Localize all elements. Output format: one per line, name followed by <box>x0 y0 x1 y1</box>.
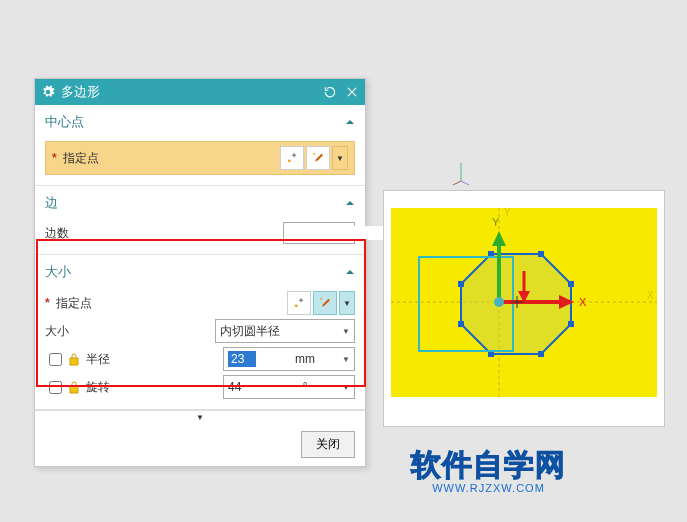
center-specify-label: 指定点 <box>63 150 99 167</box>
rotate-row: 旋转 44 ° ▼ <box>45 375 355 399</box>
pick-size-point-button[interactable] <box>287 291 311 315</box>
pick-point-button[interactable] <box>280 146 304 170</box>
radius-field[interactable]: mm ▼ <box>223 347 355 371</box>
svg-rect-12 <box>538 351 544 357</box>
axis-y-far-label: Y <box>504 207 511 218</box>
radius-row: 半径 mm ▼ <box>45 347 355 371</box>
section-edges: 边 边数 ▲▼ <box>35 186 365 255</box>
chevron-down-icon[interactable]: ▼ <box>338 355 354 364</box>
chevron-down-icon: ▼ <box>343 299 351 308</box>
edge-count-label: 边数 <box>45 225 69 242</box>
section-size: 大小 * 指定点 ▼ 大小 <box>35 255 365 410</box>
dialog-footer: 关闭 <box>35 423 365 466</box>
pencil-spark-icon <box>311 151 325 165</box>
svg-rect-15 <box>458 281 464 287</box>
radius-input[interactable] <box>228 351 256 367</box>
sketch-point-button[interactable] <box>306 146 330 170</box>
svg-point-1 <box>295 304 298 307</box>
svg-rect-11 <box>568 321 574 327</box>
close-button[interactable]: 关闭 <box>301 431 355 458</box>
svg-line-3 <box>453 181 461 185</box>
required-marker: * <box>52 151 57 165</box>
dialog-titlebar[interactable]: 多边形 <box>35 79 365 105</box>
svg-point-22 <box>494 297 504 307</box>
axis-mini-icon <box>451 161 471 187</box>
size-mode-value: 内切圆半径 <box>220 323 342 340</box>
svg-rect-14 <box>458 321 464 327</box>
svg-rect-10 <box>568 281 574 287</box>
lock-icon[interactable] <box>68 352 80 366</box>
pencil-spark-icon <box>318 296 332 310</box>
chevron-up-icon <box>345 198 355 208</box>
specify-dropdown-button[interactable]: ▼ <box>332 146 348 170</box>
axis-x-far-label: X <box>647 290 654 301</box>
rotate-value: 44 <box>228 380 241 394</box>
section-center-title: 中心点 <box>45 113 84 131</box>
gear-icon <box>41 85 55 99</box>
section-edges-header[interactable]: 边 <box>45 190 355 218</box>
point-plus-icon <box>285 151 299 165</box>
svg-rect-9 <box>538 251 544 257</box>
sketch-size-point-button[interactable] <box>313 291 337 315</box>
viewport[interactable]: X Y X Y <box>383 190 665 427</box>
size-specify-label: 指定点 <box>56 295 92 312</box>
edge-count-row: 边数 ▲▼ <box>45 222 355 244</box>
viewport-graphic: X Y X Y <box>384 191 664 426</box>
required-marker: * <box>45 296 50 310</box>
center-specify-row: * 指定点 ▼ <box>45 141 355 175</box>
rotate-unit: ° <box>272 380 338 394</box>
axis-y-label: Y <box>492 216 500 228</box>
chevron-up-icon <box>345 267 355 277</box>
rotate-checkbox[interactable] <box>49 381 62 394</box>
reset-icon[interactable] <box>323 85 337 99</box>
section-size-header[interactable]: 大小 <box>45 259 355 287</box>
close-icon[interactable] <box>345 85 359 99</box>
chevron-down-icon[interactable]: ▼ <box>338 383 354 392</box>
radius-unit: mm <box>272 352 338 366</box>
svg-point-0 <box>288 159 291 162</box>
chevron-up-icon <box>345 117 355 127</box>
brand-cn: 软件自学网 <box>411 445 566 486</box>
chevron-down-icon: ▼ <box>342 327 350 336</box>
section-center-header[interactable]: 中心点 <box>45 109 355 137</box>
radius-checkbox[interactable] <box>49 353 62 366</box>
section-size-title: 大小 <box>45 263 71 281</box>
edge-count-field[interactable]: ▲▼ <box>283 222 355 244</box>
size-specify-dropdown-button[interactable]: ▼ <box>339 291 355 315</box>
chevron-down-icon: ▼ <box>196 413 204 422</box>
polygon-dialog: 多边形 中心点 * 指定点 ▼ <box>34 78 366 467</box>
size-mode-row: 大小 内切圆半径 ▼ <box>45 319 355 343</box>
size-mode-combo[interactable]: 内切圆半径 ▼ <box>215 319 355 343</box>
section-edges-title: 边 <box>45 194 58 212</box>
brand-logo: 软件自学网 WWW.RJZXW.COM <box>411 445 566 494</box>
radius-label: 半径 <box>86 351 110 368</box>
rotate-label: 旋转 <box>86 379 110 396</box>
size-specify-row: * 指定点 ▼ <box>45 291 355 315</box>
dialog-title: 多边形 <box>61 83 315 101</box>
size-mode-label: 大小 <box>45 323 69 340</box>
section-center: 中心点 * 指定点 ▼ <box>35 105 365 186</box>
collapse-handle[interactable]: ▼ <box>35 410 365 423</box>
axis-x-label: X <box>579 296 587 308</box>
rotate-field[interactable]: 44 ° ▼ <box>223 375 355 399</box>
svg-line-4 <box>461 181 469 185</box>
point-plus-icon <box>292 296 306 310</box>
brand-en: WWW.RJZXW.COM <box>411 482 566 494</box>
lock-icon[interactable] <box>68 380 80 394</box>
chevron-down-icon: ▼ <box>336 154 344 163</box>
